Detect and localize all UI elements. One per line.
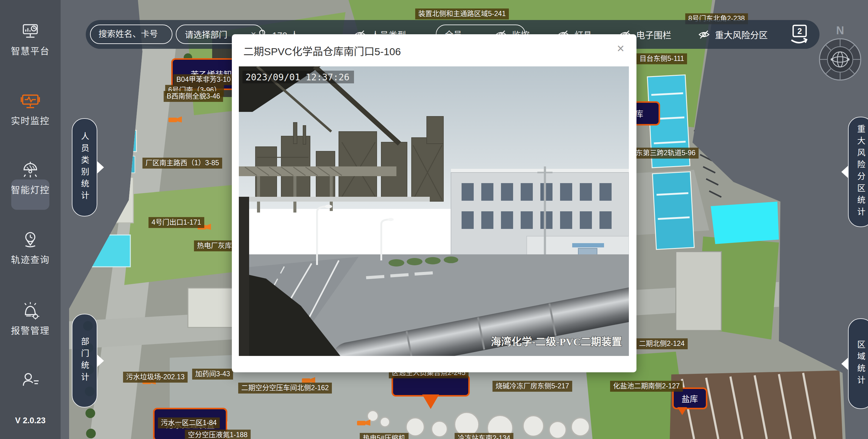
compass-widget[interactable]	[814, 34, 866, 85]
camera-feed-modal: 二期SPVC化学品仓库南门口5-106 ×	[232, 34, 637, 372]
map-tag-label[interactable]: 二期北侧2-124	[636, 338, 688, 349]
callout-pointer	[422, 394, 439, 409]
camera-timestamp: 2023/09/01 12:37:26	[246, 72, 349, 83]
map-label-text: 装置北侧和主通路区域5-241	[418, 10, 506, 18]
map-tag-label[interactable]: 厂区南主路西（1）3-85	[143, 158, 222, 169]
map-tag-label[interactable]: 目台东侧5-111	[637, 53, 687, 64]
sidebar-item-label: 报警管理	[0, 323, 61, 336]
map-label-text: 盐库	[682, 392, 698, 404]
sidebar-item-realtime-monitoring[interactable]: 实时监控	[0, 91, 61, 127]
sidebar-item-label: 轨迹查询	[0, 252, 61, 266]
map-label-text: 东第三跨2轨道5-96	[636, 149, 695, 157]
user-list-icon	[21, 371, 40, 390]
tab-personnel-category-stats[interactable]: 人员类别统计	[72, 118, 97, 216]
track-query-icon	[21, 230, 40, 249]
dashboard-icon	[21, 21, 40, 40]
map-label-text: 热电5#压缩机	[363, 434, 405, 439]
expand-arrow-icon	[841, 166, 848, 178]
toggle-major-risk-zone[interactable]: 重大风险分区	[698, 20, 768, 49]
map-tag-label[interactable]: B西南侧全貌3-46	[164, 91, 223, 102]
camera-feed-image: 2023/09/01 12:37:26 海湾化学-二级-PVC二期装置	[239, 66, 629, 356]
map-tag-label[interactable]: 装置北侧和主通路区域5-241	[415, 8, 509, 20]
map-tag-label[interactable]: 加药间3-43	[192, 369, 233, 380]
search-input-pill[interactable]	[90, 25, 173, 44]
map-label-text: 烧碱冷冻厂房东侧5-217	[496, 382, 569, 390]
sidebar-item-smart-platform[interactable]: 智慧平台	[0, 21, 61, 57]
map-tag-label[interactable]: 东第三跨2轨道5-96	[633, 148, 699, 158]
map-tag-label[interactable]: 污水垃圾场-202.13	[123, 372, 188, 383]
map-tag-label[interactable]: 污水一区二区1-84	[158, 417, 220, 429]
sidebar-item-personnel-list[interactable]	[0, 371, 61, 393]
map-tag-label[interactable]: 二期空分空压车间北侧2-162	[238, 383, 332, 393]
map-label-text: 厂区南主路西（1）3-85	[146, 159, 219, 167]
toggle-label: 电子围栏	[636, 28, 671, 41]
map-label-text: B西南侧全貌3-46	[167, 92, 220, 100]
tab-department-stats[interactable]: 部门统计	[72, 314, 97, 407]
camera-watermark: 海湾化学-二级-PVC二期装置	[491, 336, 622, 347]
map-label-text: 污水垃圾场-202.13	[126, 373, 185, 381]
modal-close-button[interactable]: ×	[615, 41, 626, 56]
tab-label: 区域统计	[855, 340, 867, 387]
smart-light-icon	[21, 160, 40, 179]
sidebar-item-track-query[interactable]: 轨迹查询	[0, 230, 61, 266]
map-label-text: 二期北侧2-124	[639, 340, 685, 347]
map-label-text: 热电厂灰库	[197, 242, 232, 250]
map-label-text: 4号门出口1-171	[152, 218, 201, 226]
map-label-text: 二期空分空压车间北侧2-162	[241, 384, 329, 392]
callout-pointer	[677, 407, 687, 415]
sidebar-item-label: 智能灯控	[0, 182, 61, 196]
map-tag-label[interactable]: 冷冻站东南2-134	[455, 433, 514, 439]
map-label-text: 污水一区二区1-84	[161, 419, 217, 427]
map-label-text: 空分空压液氮1-188	[188, 431, 248, 439]
map-label-text: B04甲苯非芳3-10	[176, 76, 230, 83]
svg-text:2: 2	[797, 26, 802, 36]
realtime-monitor-icon	[21, 91, 40, 110]
map-label-text: 加药间3-43	[195, 370, 230, 378]
map-tag-label[interactable]: 4号门出口1-171	[149, 217, 204, 228]
left-sidebar: 智慧平台 实时监控	[0, 0, 61, 439]
sidebar-item-label: 智慧平台	[0, 43, 61, 57]
tab-label: 部门统计	[79, 337, 91, 384]
map-tag-label[interactable]: 热电厂灰库	[194, 240, 235, 251]
rotate-2d-icon: 2	[787, 23, 811, 47]
map-tag-label[interactable]: 热电5#压缩机	[360, 433, 408, 439]
toggle-label: 重大风险分区	[715, 28, 768, 41]
map-label-text: 冷冻站东南2-134	[458, 434, 510, 439]
eye-slash-icon	[698, 30, 710, 39]
modal-title: 二期SPVC化学品仓库南门口5-106	[243, 43, 401, 58]
map-label-text: 化盐池二期南侧2-127	[613, 382, 680, 390]
tab-area-stats[interactable]: 区域统计	[848, 318, 868, 409]
sidebar-item-smart-lighting[interactable]: 智能灯控	[0, 160, 61, 196]
switch-2d-button[interactable]: 2	[785, 23, 809, 47]
expand-arrow-icon	[97, 355, 104, 367]
app-root: 苯乙烯装卸站B04甲苯非芳3-106号门南（3-96）B西南侧全貌3-46厂区南…	[0, 0, 868, 439]
map-tag-label[interactable]: 烧碱冷冻厂房东侧5-217	[493, 381, 572, 392]
search-input[interactable]	[91, 29, 172, 39]
map-tag-label[interactable]: 空分空压液氮1-188	[185, 430, 251, 439]
tab-label: 人员类别统计	[79, 132, 91, 203]
sidebar-item-alarm-management[interactable]: 报警管理	[0, 301, 61, 336]
alarm-manage-icon	[21, 301, 40, 320]
map-label-text: 目台东侧5-111	[640, 55, 684, 62]
tab-label: 重大风险分区统计	[855, 125, 867, 219]
tab-major-risk-zone-stats[interactable]: 重大风险分区统计	[848, 117, 868, 227]
map-tag-label[interactable]: 化盐池二期南侧2-127	[610, 381, 683, 392]
expand-arrow-icon	[841, 358, 848, 370]
expand-arrow-icon	[97, 161, 104, 173]
version-label: V 2.0.23	[0, 416, 61, 426]
sidebar-item-label: 实时监控	[0, 113, 61, 127]
map-tag-label[interactable]: B04甲苯非芳3-10	[173, 74, 234, 85]
